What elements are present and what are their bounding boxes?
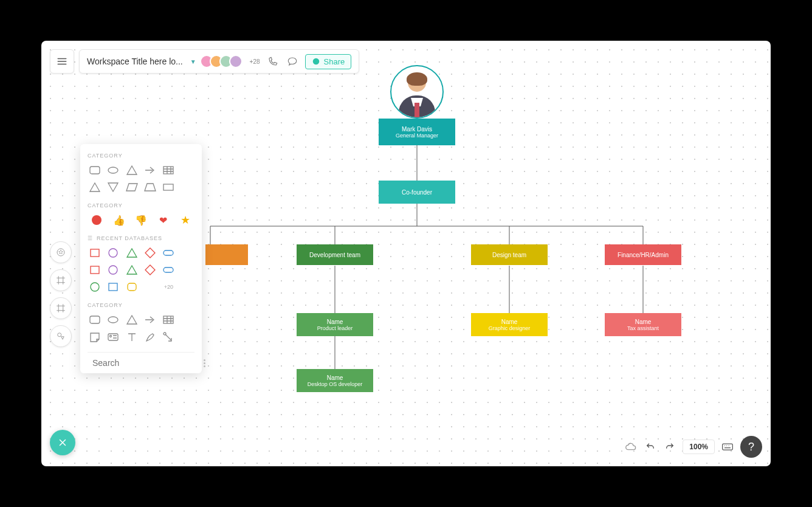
category-label: CATEGORY <box>88 153 194 159</box>
chat-icon[interactable] <box>286 55 299 68</box>
redo-icon[interactable] <box>663 440 676 454</box>
svg-rect-3 <box>90 167 100 174</box>
svg-rect-12 <box>163 267 173 272</box>
tool-frame-icon[interactable] <box>50 269 72 291</box>
node-graphic-designer[interactable]: Name Graphic designer <box>471 313 548 336</box>
shape-rect[interactable] <box>161 181 176 194</box>
shape-triangle-up[interactable] <box>88 181 102 194</box>
svg-rect-7 <box>91 249 99 257</box>
db-triangle-green[interactable] <box>125 263 139 277</box>
node-dept-orange[interactable] <box>205 244 248 265</box>
workspace-title[interactable]: Workspace Title here lo... <box>87 57 183 66</box>
category-label: CATEGORY <box>88 302 194 308</box>
avatar-ring[interactable] <box>390 65 444 119</box>
svg-rect-16 <box>90 316 100 323</box>
share-button[interactable]: Share <box>305 54 352 69</box>
search-input[interactable] <box>92 358 199 368</box>
shape-text[interactable] <box>125 330 139 343</box>
svg-rect-23 <box>723 444 733 450</box>
shape-ellipse[interactable] <box>106 313 120 326</box>
db-triangle-green[interactable] <box>125 246 139 260</box>
keyboard-icon[interactable] <box>721 440 734 454</box>
node-desktop-dev[interactable]: Name Desktop OS developer <box>297 369 373 392</box>
node-product-leader[interactable]: Name Product leader <box>297 313 373 336</box>
shape-rounded-rect[interactable] <box>88 313 102 326</box>
node-dept-development[interactable]: Development team <box>297 244 373 265</box>
svg-point-4 <box>108 167 118 173</box>
shape-pen[interactable] <box>143 330 157 343</box>
shape-triangle[interactable] <box>125 164 139 177</box>
svg-rect-5 <box>163 167 173 174</box>
zoom-level[interactable]: 100% <box>683 440 715 454</box>
shape-panel: CATEGORY CATEGORY 👍 👎 ❤ ★ ☰RECENT DATABA… <box>80 144 202 373</box>
sticker-thumbs-down[interactable]: 👎 <box>132 213 150 227</box>
shape-arrow[interactable] <box>143 313 157 326</box>
node-tax-assistant[interactable]: Name Tax assistant <box>605 313 681 336</box>
shape-table[interactable] <box>161 313 176 326</box>
node-root[interactable]: Mark Davis General Manager <box>379 119 455 145</box>
collaborator-count[interactable]: +28 <box>250 58 260 65</box>
avatar[interactable] <box>229 55 243 68</box>
svg-rect-14 <box>109 283 117 291</box>
svg-point-13 <box>91 283 99 291</box>
shape-table[interactable] <box>161 164 176 177</box>
svg-point-2 <box>58 333 61 337</box>
db-diamond-red[interactable] <box>143 246 157 260</box>
tool-star-icon[interactable] <box>50 241 72 263</box>
shape-arrow[interactable] <box>143 164 157 177</box>
collaborators: +28 Share <box>204 54 352 69</box>
db-pill-blue[interactable] <box>161 246 176 260</box>
db-pill-blue[interactable] <box>161 263 176 277</box>
node-dept-finance[interactable]: Finance/HR/Admin <box>605 244 681 265</box>
svg-rect-10 <box>91 266 99 274</box>
call-icon[interactable] <box>266 55 280 68</box>
sticker-star[interactable]: ★ <box>176 213 194 227</box>
db-square-blue[interactable] <box>106 280 120 294</box>
more-count[interactable]: +20 <box>161 280 176 294</box>
sticker-heart[interactable]: ❤ <box>154 213 172 227</box>
help-button[interactable]: ? <box>740 436 762 458</box>
shape-card[interactable] <box>106 330 120 343</box>
db-rounded-yellow[interactable] <box>125 280 139 294</box>
db-square-red[interactable] <box>88 263 102 277</box>
db-circle-green[interactable] <box>88 280 102 294</box>
svg-rect-18 <box>163 316 173 323</box>
shape-parallelogram[interactable] <box>125 181 139 194</box>
share-label: Share <box>324 57 345 66</box>
shape-ellipse[interactable] <box>106 164 120 177</box>
category-label: CATEGORY <box>88 202 194 209</box>
db-circle-purple[interactable] <box>106 246 120 260</box>
svg-point-17 <box>108 317 118 323</box>
cloud-icon[interactable] <box>624 440 638 454</box>
title-dropdown-icon[interactable]: ▼ <box>190 58 196 65</box>
more-icon[interactable] <box>204 359 205 367</box>
close-fab[interactable] <box>50 430 75 455</box>
tool-shapes-icon[interactable] <box>50 325 72 347</box>
category-label: ☰RECENT DATABASES <box>88 235 194 241</box>
menu-button[interactable] <box>50 49 74 74</box>
node-cofounder[interactable]: Co-founder <box>379 181 455 204</box>
undo-icon[interactable] <box>644 440 657 454</box>
shape-triangle-down[interactable] <box>106 181 120 194</box>
db-diamond-red[interactable] <box>143 263 157 277</box>
shape-triangle[interactable] <box>125 313 139 326</box>
app-window: Workspace Title here lo... ▼ +28 <box>41 41 771 466</box>
sticker-dot[interactable] <box>88 213 106 227</box>
svg-point-11 <box>109 266 117 274</box>
db-square-red[interactable] <box>88 246 102 260</box>
shape-rounded-rect[interactable] <box>88 164 102 177</box>
shape-connector[interactable] <box>161 330 176 343</box>
node-dept-design[interactable]: Design team <box>471 244 548 265</box>
tool-frame2-icon[interactable] <box>50 297 72 319</box>
svg-rect-9 <box>163 250 173 255</box>
svg-rect-19 <box>108 334 118 340</box>
shape-trapezoid[interactable] <box>143 181 157 194</box>
shape-note[interactable] <box>88 330 102 343</box>
svg-point-8 <box>109 249 117 257</box>
svg-rect-6 <box>163 184 173 190</box>
sticker-thumbs-up[interactable]: 👍 <box>109 213 128 227</box>
svg-rect-15 <box>128 283 136 291</box>
title-bar: Workspace Title here lo... ▼ +28 <box>79 49 359 74</box>
svg-point-20 <box>110 336 112 337</box>
db-circle-purple[interactable] <box>106 263 120 277</box>
